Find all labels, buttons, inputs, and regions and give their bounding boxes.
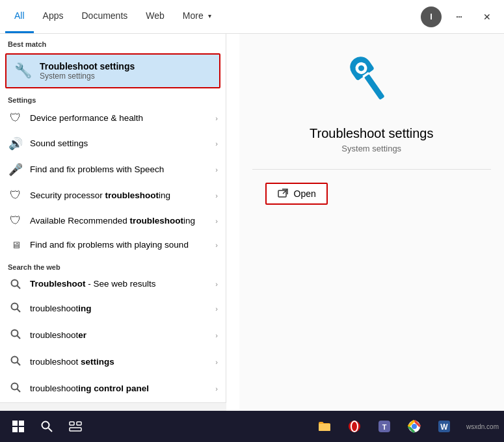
chevron-right-icon: ›: [215, 166, 218, 174]
item-text: Security processor troubleshooting: [30, 190, 209, 202]
main-content: Best match 🔧 Troubleshoot settings Syste…: [0, 34, 504, 411]
svg-line-9: [18, 389, 21, 392]
svg-rect-18: [12, 421, 18, 426]
start-button[interactable]: [5, 413, 31, 439]
taskbar: T W wsxdn.com: [0, 411, 504, 442]
right-subtitle: System settings: [341, 144, 401, 153]
list-item[interactable]: 🛡 Device performance & health ›: [0, 105, 226, 131]
chevron-right-icon: ›: [215, 385, 218, 393]
svg-point-0: [12, 280, 18, 286]
svg-rect-27: [319, 424, 330, 431]
open-button[interactable]: Open: [265, 183, 328, 205]
word-button[interactable]: W: [431, 413, 457, 439]
word-icon: W: [437, 419, 451, 434]
svg-rect-12: [364, 73, 385, 100]
right-title: Troubleshoot settings: [310, 126, 433, 141]
svg-point-33: [412, 424, 417, 429]
open-icon: [277, 188, 289, 200]
chevron-right-icon: ›: [215, 332, 218, 339]
svg-point-22: [42, 422, 49, 429]
svg-line-1: [18, 285, 21, 289]
svg-point-8: [12, 383, 18, 389]
item-text: troubleshooter: [30, 330, 209, 341]
web-search-item[interactable]: Troubleshoot - See web results ›: [0, 272, 226, 296]
chevron-right-icon: ›: [215, 114, 218, 122]
right-panel: Troubleshoot settings System settings Op…: [239, 34, 505, 411]
svg-rect-25: [77, 422, 81, 425]
best-match-text: Troubleshoot settings System settings: [40, 61, 135, 81]
item-text: Device performance & health: [30, 112, 209, 124]
web-search-item[interactable]: troubleshooting control panel ›: [0, 376, 226, 402]
item-text: Find and fix problems with Speech: [30, 164, 209, 176]
svg-rect-21: [19, 427, 24, 432]
file-explorer-button[interactable]: [312, 413, 338, 439]
tab-more[interactable]: More ▾: [174, 0, 220, 33]
chevron-right-icon: ›: [215, 241, 218, 249]
audio-icon: 🖥: [8, 239, 23, 250]
chevron-right-icon: ›: [215, 140, 218, 148]
chevron-right-icon: ›: [215, 305, 218, 313]
svg-rect-24: [70, 422, 74, 425]
list-item[interactable]: 🛡 Available Recommended troubleshooting …: [0, 208, 226, 233]
mic-icon: 🎤: [8, 162, 23, 177]
list-item[interactable]: 🖥 Find and fix problems with playing sou…: [0, 233, 226, 257]
chevron-right-icon: ›: [215, 217, 218, 225]
svg-line-23: [49, 428, 53, 432]
svg-point-4: [12, 330, 18, 336]
recommended-icon: 🛡: [8, 214, 23, 228]
svg-text:W: W: [440, 422, 448, 432]
list-item[interactable]: 🎤 Find and fix problems with Speech ›: [0, 157, 226, 183]
task-view-button[interactable]: [62, 413, 88, 439]
svg-text:T: T: [382, 423, 387, 431]
divider: [252, 169, 492, 170]
svg-rect-19: [19, 421, 24, 426]
search-icon: [8, 382, 23, 396]
web-search-item[interactable]: troubleshoot settings ›: [0, 349, 226, 376]
shield-icon: 🛡: [8, 111, 23, 125]
tab-web[interactable]: Web: [137, 0, 174, 33]
chevron-right-icon: ›: [215, 192, 218, 200]
best-match-item[interactable]: 🔧 Troubleshoot settings System settings: [5, 53, 220, 88]
item-text: Troubleshoot - See web results: [30, 278, 209, 290]
list-item[interactable]: 🛡 Security processor troubleshooting ›: [0, 183, 226, 208]
tab-all[interactable]: All: [5, 0, 34, 33]
nav-right: I ··· ✕: [421, 5, 499, 29]
avatar[interactable]: I: [421, 6, 442, 27]
sound-icon: 🔊: [8, 136, 23, 151]
opera-icon: [347, 419, 362, 434]
svg-point-28: [349, 421, 360, 432]
chrome-button[interactable]: [401, 413, 427, 439]
svg-line-3: [18, 309, 21, 312]
chevron-right-icon: ›: [215, 280, 218, 288]
search-icon: [8, 278, 23, 290]
svg-point-6: [12, 356, 18, 363]
opera-button[interactable]: [341, 413, 367, 439]
svg-rect-20: [12, 427, 18, 432]
chevron-right-icon: ›: [215, 358, 218, 366]
taskbar-search-button[interactable]: [34, 413, 60, 439]
item-text: troubleshoot settings: [30, 356, 209, 368]
top-nav: All Apps Documents Web More ▾ I ··· ✕: [0, 0, 504, 34]
web-search-item[interactable]: troubleshooting ›: [0, 296, 226, 322]
svg-line-7: [18, 362, 21, 365]
teams-icon: T: [377, 419, 391, 434]
wrench-icon: 🔧: [14, 62, 32, 79]
list-item[interactable]: 🔊 Sound settings ›: [0, 131, 226, 157]
tab-documents[interactable]: Documents: [72, 0, 137, 33]
best-match-subtitle: System settings: [40, 72, 135, 81]
folder-icon: [317, 419, 332, 434]
close-button[interactable]: ✕: [475, 5, 499, 29]
left-panel: Best match 🔧 Troubleshoot settings Syste…: [0, 34, 226, 402]
svg-line-5: [18, 335, 21, 339]
ellipsis-button[interactable]: ···: [447, 5, 470, 29]
tab-apps[interactable]: Apps: [34, 0, 73, 33]
web-search-item[interactable]: troubleshooter ›: [0, 322, 226, 349]
search-icon: [8, 328, 23, 343]
item-text: Sound settings: [30, 138, 209, 150]
search-bar: [0, 402, 226, 411]
item-text: Find and fix problems with playing sound: [30, 239, 209, 251]
svg-point-2: [12, 303, 18, 309]
item-text: Available Recommended troubleshooting: [30, 215, 209, 227]
wrench-illustration: [342, 53, 401, 114]
teams-button[interactable]: T: [371, 413, 397, 439]
